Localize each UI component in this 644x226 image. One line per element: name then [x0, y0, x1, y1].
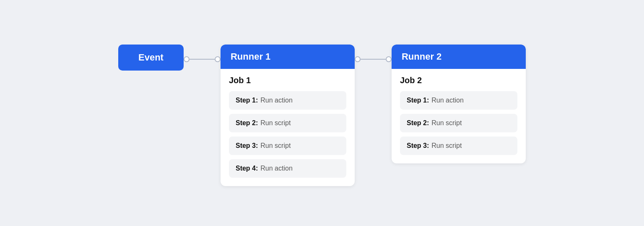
runner1-step-4: Step 4: Run action [229, 159, 346, 178]
runner1-step4-value: Run action [260, 165, 293, 172]
connector-event-runner1 [184, 56, 221, 62]
runner2-job-title: Job 2 [400, 76, 517, 85]
runner2-step-2: Step 2: Run script [400, 114, 517, 132]
runner2-header: Runner 2 [392, 45, 526, 69]
runner1-step-1: Step 1: Run action [229, 91, 346, 110]
connector-dot-left-1 [184, 56, 190, 62]
runner1-step1-label: Step 1: [236, 97, 258, 104]
runner2-step3-label: Step 3: [407, 142, 429, 150]
event-node-wrapper: Event [118, 45, 184, 71]
runner2-step1-label: Step 1: [407, 97, 429, 104]
connector-dot-right-2 [386, 56, 392, 62]
runner1-step1-value: Run action [260, 97, 293, 104]
runner2-card: Runner 2 Job 2 Step 1: Run action Step 2… [392, 45, 526, 163]
runner1-job-title: Job 1 [229, 76, 346, 85]
runner1-header: Runner 1 [221, 45, 355, 69]
runner1-card: Runner 1 Job 1 Step 1: Run action Step 2… [221, 45, 355, 186]
runner1-body: Job 1 Step 1: Run action Step 2: Run scr… [221, 69, 355, 186]
runner1-step-3: Step 3: Run script [229, 137, 346, 155]
runner2-step1-value: Run action [431, 97, 464, 104]
runner1-step2-value: Run script [260, 119, 291, 127]
runner1-step3-label: Step 3: [236, 142, 258, 150]
workflow-diagram: Event Runner 1 Job 1 Step 1: Run action … [118, 40, 526, 186]
runner2-step-1: Step 1: Run action [400, 91, 517, 110]
runner1-step4-label: Step 4: [236, 165, 258, 172]
runner2-step-3: Step 3: Run script [400, 137, 517, 155]
runner2-step2-value: Run script [431, 119, 462, 127]
connector-line-2 [361, 59, 386, 60]
runner1-step-2: Step 2: Run script [229, 114, 346, 132]
connector-line-1 [190, 59, 215, 60]
connector-dot-right-1 [215, 56, 221, 62]
connector-runner1-runner2 [355, 56, 392, 62]
runner2-step3-value: Run script [431, 142, 462, 150]
connector-dot-left-2 [355, 56, 361, 62]
runner2-body: Job 2 Step 1: Run action Step 2: Run scr… [392, 69, 526, 163]
runner1-step2-label: Step 2: [236, 119, 258, 127]
runner1-step3-value: Run script [260, 142, 291, 150]
event-node: Event [118, 45, 184, 71]
runner2-step2-label: Step 2: [407, 119, 429, 127]
